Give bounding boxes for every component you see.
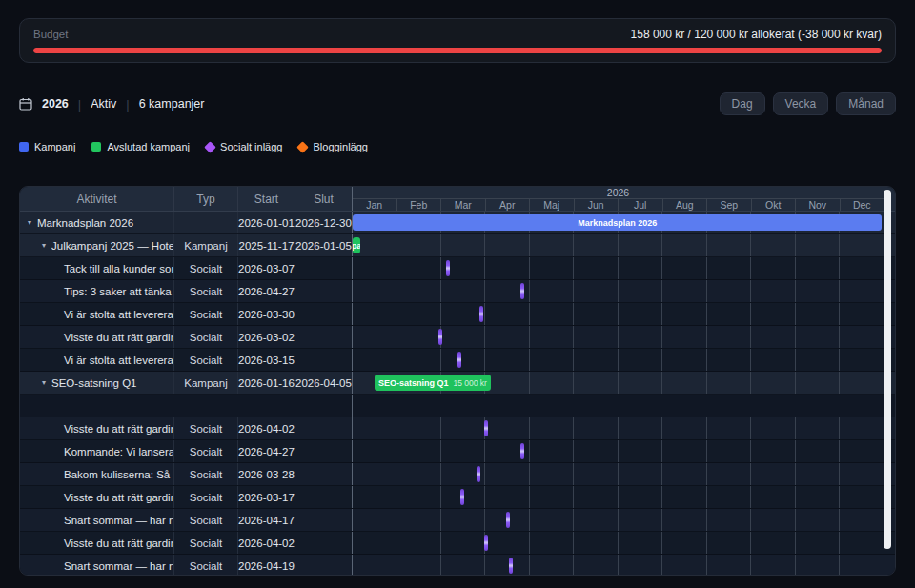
column-header-aktivitet: Aktivitet <box>20 187 173 211</box>
activity-name-cell[interactable]: ▾SEO-satsning Q1 <box>20 372 173 394</box>
activity-name-cell[interactable]: ▾Julkampanj 2025 — Hotells... <box>20 234 173 256</box>
table-row[interactable]: ▾Julkampanj 2025 — Hotells...Kampanj2025… <box>20 234 895 257</box>
table-row[interactable]: Visste du att rätt gardiner...Socialt202… <box>20 486 895 509</box>
budget-progress-fill <box>33 48 882 53</box>
activity-name-cell[interactable]: Snart sommar — har ni u... <box>20 555 173 576</box>
activity-start-cell: 2026-04-17 <box>237 509 295 531</box>
avslutad-kampanj-swatch-icon <box>92 142 101 152</box>
social-post-marker[interactable] <box>484 420 488 436</box>
social-post-marker[interactable] <box>438 329 442 345</box>
budget-progress-track <box>33 48 882 53</box>
legend-label: Avslutad kampanj <box>107 141 190 152</box>
legend-item-blogginlagg: Blogginlägg <box>298 141 368 152</box>
activity-name-cell[interactable]: Visste du att rätt gardiner... <box>20 417 173 439</box>
social-post-marker[interactable] <box>506 512 510 528</box>
social-post-marker[interactable] <box>446 260 450 276</box>
table-row[interactable]: Tack till alla kunder som ...Socialt2026… <box>20 257 895 280</box>
activity-start-cell: 2026-04-27 <box>237 440 295 462</box>
month-label: Apr <box>485 199 530 211</box>
view-day-button[interactable]: Dag <box>720 92 765 115</box>
campaign-bar[interactable]: SEO-satsning Q115 000 kr <box>375 375 491 391</box>
table-row[interactable]: Snart sommar — har ni u...Socialt2026-04… <box>20 509 895 532</box>
activity-type-cell: Kampanj <box>173 234 237 256</box>
activity-name-cell[interactable]: Vi är stolta att leverera g... <box>20 303 173 325</box>
table-row[interactable]: Snart sommar — har ni u...Socialt2026-04… <box>20 555 895 576</box>
legend-label: Kampanj <box>34 141 75 152</box>
activity-end-cell <box>295 509 352 531</box>
socialt-inlagg-diamond-icon <box>204 141 216 153</box>
activity-name: Visste du att rätt gardiner... <box>64 423 173 435</box>
activity-type-cell: Socialt <box>173 349 237 371</box>
activity-name: Visste du att rätt gardiner... <box>64 537 173 549</box>
month-label: Mar <box>440 199 485 211</box>
gantt-cell <box>352 486 884 508</box>
table-row[interactable]: Visste du att rätt gardiner...Socialt202… <box>20 417 895 440</box>
toolbar-status: Aktiv <box>91 97 116 111</box>
social-post-marker[interactable] <box>509 558 513 574</box>
table-row[interactable]: Visste du att rätt gardiner...Socialt202… <box>20 326 895 349</box>
gantt-cell <box>352 349 884 371</box>
campaign-bar[interactable]: Julkampanj 2025 <box>353 237 360 253</box>
expand-caret-icon[interactable]: ▾ <box>42 378 46 387</box>
social-post-marker[interactable] <box>460 489 464 505</box>
table-row[interactable]: Kommande: Vi lanserar e...Socialt2026-04… <box>20 440 895 463</box>
toolbar-campaign-count: 6 kampanjer <box>139 97 205 111</box>
activity-name-cell[interactable]: Bakom kulisserna: Så här... <box>20 463 173 485</box>
gantt-cell <box>352 257 884 279</box>
table-row[interactable]: Visste du att rätt gardiner...Socialt202… <box>20 532 895 555</box>
timeline-year: 2026 <box>353 187 884 199</box>
blogginlagg-diamond-icon <box>297 141 310 153</box>
activity-name-cell[interactable]: Snart sommar — har ni u... <box>20 509 173 531</box>
activity-name-cell[interactable]: Tack till alla kunder som ... <box>20 257 173 279</box>
table-row[interactable]: Tips: 3 saker att tänka på...Socialt2026… <box>20 280 895 303</box>
month-label: Maj <box>529 199 574 211</box>
activity-name: Marknadsplan 2026 <box>37 217 133 229</box>
social-post-marker[interactable] <box>520 283 524 299</box>
activity-start-cell <box>237 395 295 417</box>
activity-end-cell <box>295 486 352 508</box>
campaign-planner-page: Budget 158 000 kr / 120 000 kr allokerat… <box>0 0 915 588</box>
activity-name: Visste du att rätt gardiner... <box>64 332 173 343</box>
activity-name-cell[interactable]: Visste du att rätt gardiner... <box>20 532 173 554</box>
table-row[interactable]: ▾Marknadsplan 20262026-01-012026-12-30Ma… <box>20 212 895 234</box>
activity-name-cell[interactable]: Kommande: Vi lanserar e... <box>20 440 173 462</box>
vertical-scrollbar[interactable] <box>884 190 891 549</box>
activity-end-cell <box>295 463 352 485</box>
table-row[interactable]: ▾SEO-satsning Q1Kampanj2026-01-162026-04… <box>20 372 895 395</box>
column-header-start: Start <box>237 187 295 211</box>
activity-name-cell[interactable]: Vi är stolta att leverera g... <box>20 349 173 371</box>
calendar-icon <box>19 97 32 111</box>
month-label: Dec <box>840 199 884 211</box>
activity-end-cell <box>295 257 352 279</box>
activity-start-cell: 2026-03-17 <box>237 486 295 508</box>
social-post-marker[interactable] <box>477 466 480 482</box>
expand-caret-icon[interactable]: ▾ <box>28 218 31 227</box>
separator: | <box>126 97 129 112</box>
gantt-cell <box>352 463 884 485</box>
activity-name-cell[interactable]: Tips: 3 saker att tänka på... <box>20 280 173 302</box>
activity-end-cell <box>295 326 352 348</box>
activity-type-cell: Socialt <box>173 326 237 348</box>
table-row[interactable]: Bakom kulisserna: Så här...Socialt2026-0… <box>20 463 895 486</box>
social-post-marker[interactable] <box>520 443 524 459</box>
bar-cost-label: 15 000 kr <box>453 378 486 388</box>
table-row[interactable]: Vi är stolta att leverera g...Socialt202… <box>20 349 895 372</box>
activity-start-cell: 2026-04-19 <box>237 555 295 576</box>
gantt-cell <box>352 395 884 417</box>
activity-start-cell: 2026-04-27 <box>237 280 295 302</box>
social-post-marker[interactable] <box>458 352 461 368</box>
social-post-marker[interactable] <box>484 535 488 551</box>
social-post-marker[interactable] <box>479 306 483 322</box>
expand-caret-icon[interactable]: ▾ <box>42 241 46 250</box>
table-row[interactable]: Vi är stolta att leverera g...Socialt202… <box>20 303 895 326</box>
budget-summary: 158 000 kr / 120 000 kr allokerat (-38 0… <box>631 28 882 41</box>
activity-name-cell[interactable]: Visste du att rätt gardiner... <box>20 326 173 348</box>
activity-type-cell: Socialt <box>173 257 237 279</box>
plan-bar[interactable]: Marknadsplan 2026 <box>353 214 882 231</box>
activity-name-cell[interactable]: ▾Marknadsplan 2026 <box>20 212 173 233</box>
view-month-button[interactable]: Månad <box>836 92 896 115</box>
activity-name-cell[interactable]: Visste du att rätt gardiner... <box>20 486 173 508</box>
table-row-spacer <box>20 395 895 417</box>
view-week-button[interactable]: Vecka <box>773 92 829 115</box>
activity-type-cell: Socialt <box>173 555 237 576</box>
